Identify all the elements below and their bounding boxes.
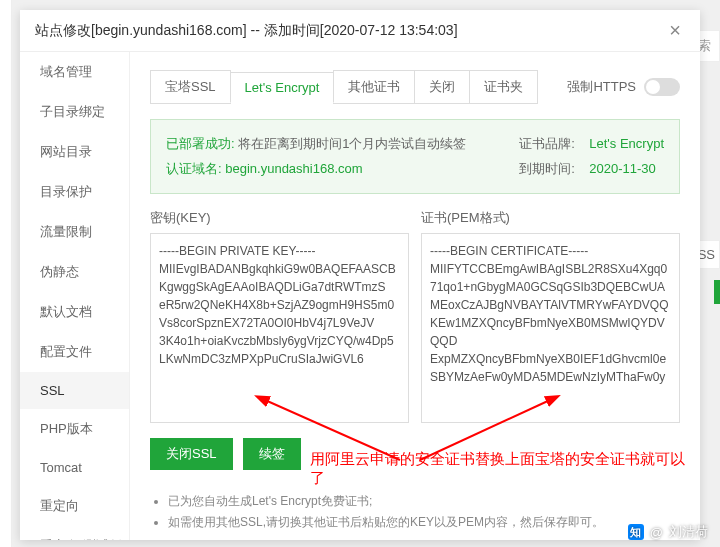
key-textarea[interactable]: [150, 233, 409, 423]
sidebar-item-redirect[interactable]: 重定向: [20, 486, 129, 526]
tab-bt-ssl[interactable]: 宝塔SSL: [150, 70, 231, 104]
tab-close[interactable]: 关闭: [414, 70, 470, 104]
sidebar-item-redirect-beta[interactable]: 重定向(测试版): [20, 526, 129, 540]
close-icon[interactable]: ×: [665, 19, 685, 42]
expire-label: 到期时间:: [519, 157, 589, 182]
tab-cert-folder[interactable]: 证书夹: [469, 70, 538, 104]
force-https-label: 强制HTTPS: [567, 78, 636, 96]
renew-button[interactable]: 续签: [243, 438, 301, 470]
site-edit-modal: 站点修改[begin.yundashi168.com] -- 添加时间[2020…: [20, 10, 700, 540]
tab-other-cert[interactable]: 其他证书: [333, 70, 415, 104]
green-edge: [714, 280, 720, 304]
watermark: 知 @刘清荷: [628, 523, 708, 541]
ssl-tabs: 宝塔SSL Let's Encrypt 其他证书 关闭 证书夹 强制HTTPS: [150, 70, 680, 104]
domain-value: begin.yundashi168.com: [225, 161, 362, 176]
cert-row: 密钥(KEY) 证书(PEM格式): [150, 209, 680, 426]
force-https-switch[interactable]: [644, 78, 680, 96]
modal-header: 站点修改[begin.yundashi168.com] -- 添加时间[2020…: [20, 10, 700, 52]
sidebar-item-subdir[interactable]: 子目录绑定: [20, 92, 129, 132]
brand-value: Let's Encrypt: [589, 136, 664, 151]
tab-letsencrypt[interactable]: Let's Encrypt: [230, 72, 335, 103]
sidebar-item-tomcat[interactable]: Tomcat: [20, 449, 129, 486]
sidebar-item-domain[interactable]: 域名管理: [20, 52, 129, 92]
content-pane: 宝塔SSL Let's Encrypt 其他证书 关闭 证书夹 强制HTTPS …: [130, 52, 700, 540]
deploy-notice: 已部署成功: 将在距离到期时间1个月内尝试自动续签 认证域名: begin.yu…: [150, 119, 680, 194]
sidebar-item-ssl[interactable]: SSL: [20, 372, 129, 409]
key-label: 密钥(KEY): [150, 209, 409, 227]
tip-2: 如需使用其他SSL,请切换其他证书后粘贴您的KEY以及PEM内容，然后保存即可。: [168, 512, 685, 532]
sidebar-item-php[interactable]: PHP版本: [20, 409, 129, 449]
sidebar: 域名管理 子目录绑定 网站目录 目录保护 流量限制 伪静态 默认文档 配置文件 …: [20, 52, 130, 540]
annotation-text: 用阿里云申请的安全证书替换上面宝塔的安全证书就可以了: [310, 450, 685, 488]
close-ssl-button[interactable]: 关闭SSL: [150, 438, 233, 470]
expire-value: 2020-11-30: [589, 161, 656, 176]
brand-label: 证书品牌:: [519, 132, 589, 157]
sidebar-item-webdir[interactable]: 网站目录: [20, 132, 129, 172]
sidebar-item-dirprotect[interactable]: 目录保护: [20, 172, 129, 212]
tip-1: 已为您自动生成Let's Encrypt免费证书;: [168, 491, 685, 511]
watermark-author: 刘清荷: [669, 523, 708, 541]
pem-label: 证书(PEM格式): [421, 209, 680, 227]
pem-textarea[interactable]: [421, 233, 680, 423]
deployed-text: 将在距离到期时间1个月内尝试自动续签: [238, 136, 466, 151]
sidebar-item-config[interactable]: 配置文件: [20, 332, 129, 372]
tips-list: 已为您自动生成Let's Encrypt免费证书; 如需使用其他SSL,请切换其…: [150, 491, 685, 532]
zhihu-icon: 知: [628, 524, 644, 540]
deployed-label: 已部署成功:: [166, 136, 235, 151]
background-panel: [0, 0, 12, 547]
domain-label: 认证域名:: [166, 161, 222, 176]
modal-title: 站点修改[begin.yundashi168.com] -- 添加时间[2020…: [35, 22, 458, 40]
sidebar-item-traffic[interactable]: 流量限制: [20, 212, 129, 252]
sidebar-item-rewrite[interactable]: 伪静态: [20, 252, 129, 292]
sidebar-item-defaultdoc[interactable]: 默认文档: [20, 292, 129, 332]
